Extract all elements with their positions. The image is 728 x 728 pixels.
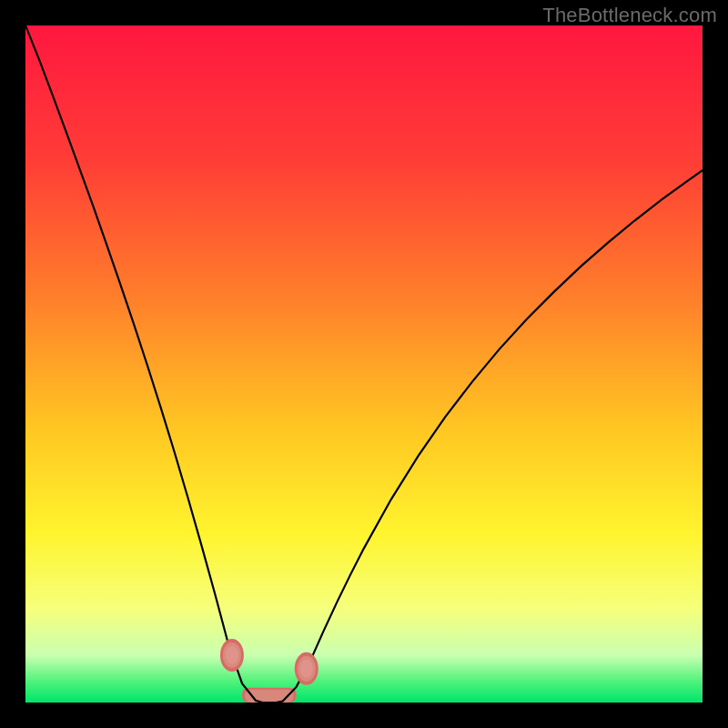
watermark-text: TheBottleneck.com: [542, 4, 717, 27]
chart-svg: [25, 25, 703, 703]
left-fat-dot: [226, 646, 238, 664]
gradient-bg: [25, 25, 703, 703]
chart-frame: [25, 25, 703, 703]
right-fat-dot: [300, 660, 313, 678]
